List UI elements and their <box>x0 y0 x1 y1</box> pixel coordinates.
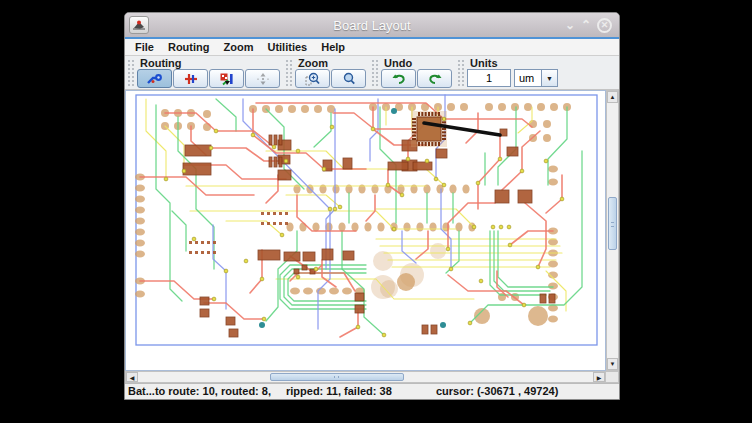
toolbar: Routing <box>125 56 619 90</box>
via <box>468 321 472 325</box>
unit-scale-input[interactable] <box>467 69 511 87</box>
oval-pad <box>135 229 145 236</box>
red-trace <box>416 231 428 259</box>
pin-tick <box>261 212 264 215</box>
via <box>164 177 168 181</box>
pull-tight-button[interactable] <box>245 69 280 88</box>
zoom-out-button[interactable] <box>331 69 366 88</box>
maximize-button[interactable]: ⌃ <box>581 18 591 32</box>
scroll-right-icon[interactable]: ▶ <box>593 372 605 382</box>
smd-pad <box>294 269 299 274</box>
through-hole-pad <box>485 103 493 111</box>
toolbar-drag-handle[interactable] <box>371 59 378 87</box>
menu-item-file[interactable]: File <box>128 41 161 53</box>
toolbar-group-undo: Undo <box>379 57 455 89</box>
oval-pad <box>135 291 145 298</box>
through-hole-pad <box>524 103 532 111</box>
smd-pad <box>185 145 211 156</box>
horizontal-scrollbar-thumb[interactable] <box>270 373 404 381</box>
smd-pad <box>278 170 291 180</box>
via <box>400 193 404 197</box>
qfp-pin <box>431 112 433 116</box>
toolbar-group-label: Zoom <box>295 57 367 69</box>
redo-button[interactable] <box>417 69 452 88</box>
toolbar-drag-handle[interactable] <box>285 59 292 87</box>
through-hole-pad <box>511 103 519 111</box>
smd-pad <box>436 149 447 158</box>
menu-item-help[interactable]: Help <box>314 41 352 53</box>
scroll-left-icon[interactable]: ◀ <box>126 372 138 382</box>
vertical-scrollbar[interactable]: ▲ ▼ <box>606 90 619 371</box>
qfp-pin <box>412 131 416 133</box>
smd-pad <box>431 325 437 334</box>
pin-tick <box>207 251 210 254</box>
pin-tick <box>213 241 216 244</box>
route-button[interactable] <box>137 69 172 88</box>
through-hole-pad <box>203 110 211 118</box>
pin-tick <box>213 251 216 254</box>
blue-trace <box>402 231 416 263</box>
delete-trace-button[interactable] <box>173 69 208 88</box>
close-icon: ✕ <box>601 21 609 30</box>
scroll-down-icon[interactable]: ▼ <box>607 358 618 370</box>
via <box>382 333 386 337</box>
oval-pad <box>403 222 410 231</box>
blue-trace <box>213 225 226 309</box>
qfp-body <box>417 117 441 141</box>
smd-pad <box>269 157 272 167</box>
move-component-button[interactable] <box>209 69 244 88</box>
teal-marker-dot <box>440 322 446 328</box>
toolbar-drag-handle[interactable] <box>127 59 134 87</box>
unit-select[interactable]: um ▼ <box>514 69 558 87</box>
board-canvas[interactable] <box>125 90 606 371</box>
smd-pad <box>388 162 408 170</box>
smd-pad <box>355 293 364 301</box>
oval-pad <box>135 218 145 225</box>
smd-pad <box>422 325 428 334</box>
via <box>442 117 446 121</box>
smd-pad <box>229 329 238 337</box>
oval-pad <box>342 288 352 295</box>
via <box>507 225 511 229</box>
oval-pad <box>135 251 145 258</box>
pin-tick <box>285 222 288 225</box>
smd-pad <box>495 190 509 203</box>
chevron-down-icon[interactable]: ▼ <box>541 69 558 87</box>
pin-tick <box>273 222 276 225</box>
horizontal-scrollbar[interactable]: ◀ ▶ <box>125 371 606 383</box>
oval-pad <box>135 207 145 214</box>
status-cursor-position: cursor: (-30671 , 49724) <box>436 385 558 397</box>
zoom-in-button[interactable] <box>295 69 330 88</box>
menu-item-routing[interactable]: Routing <box>161 41 217 53</box>
via <box>284 159 288 163</box>
minimize-button[interactable]: ⌄ <box>565 18 575 32</box>
pin-tick <box>267 222 270 225</box>
scroll-up-icon[interactable]: ▲ <box>607 91 618 103</box>
pin-tick <box>195 241 198 244</box>
pin-tick <box>285 212 288 215</box>
via <box>192 237 196 241</box>
oval-pad <box>303 288 313 295</box>
title-bar[interactable]: Board Layout ⌄ ⌃ ✕ <box>125 13 619 39</box>
through-hole-pad <box>550 103 558 111</box>
status-route-counts: Bat...to route: 10, routed: 8, <box>128 385 271 397</box>
qfp-pin <box>435 112 437 116</box>
via <box>491 225 495 229</box>
undo-button[interactable] <box>381 69 416 88</box>
oval-pad <box>290 288 300 295</box>
vertical-scrollbar-thumb[interactable] <box>608 197 617 250</box>
red-trace <box>525 203 546 267</box>
smd-pad <box>226 317 235 325</box>
close-button[interactable]: ✕ <box>597 18 612 33</box>
menu-item-zoom[interactable]: Zoom <box>217 41 261 53</box>
menu-item-utilities[interactable]: Utilities <box>260 41 314 53</box>
green-trace <box>178 117 214 269</box>
via <box>328 207 332 211</box>
status-bar: Bat...to route: 10, routed: 8, ripped: 1… <box>125 383 619 399</box>
pin-tick <box>273 212 276 215</box>
toolbar-drag-handle[interactable] <box>457 59 464 87</box>
via <box>182 169 186 173</box>
qfp-pin <box>412 135 416 137</box>
through-hole-pad <box>314 105 322 113</box>
through-hole-pad <box>301 105 309 113</box>
